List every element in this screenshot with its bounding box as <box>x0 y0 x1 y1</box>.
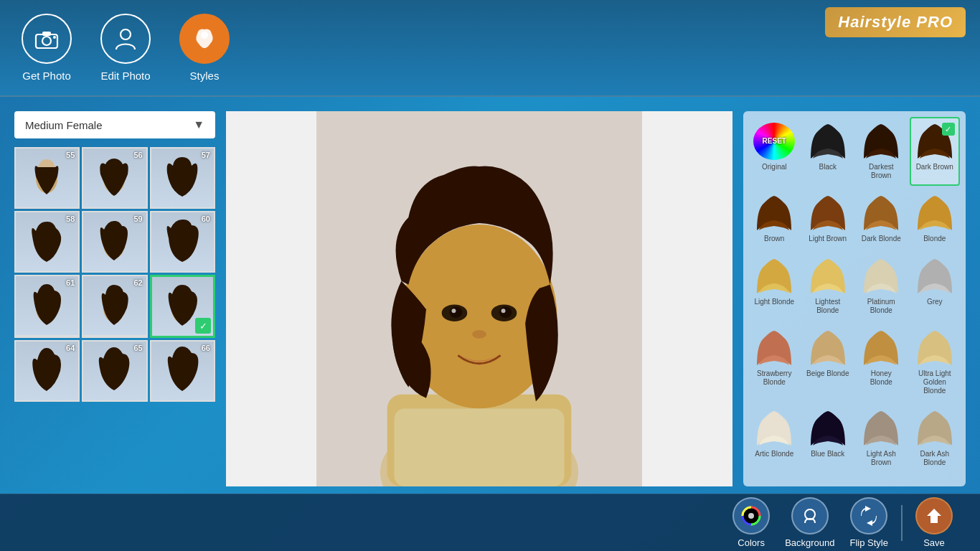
color-light-blonde[interactable]: Light Blonde <box>749 252 800 321</box>
styles-icon <box>179 14 230 64</box>
nav-styles[interactable]: Styles <box>179 14 230 82</box>
color-grey[interactable]: Grey <box>910 252 961 321</box>
center-panel <box>226 111 732 486</box>
color-label-original: Original <box>762 163 786 171</box>
color-darkest-brown[interactable]: Darkest Brown <box>856 117 907 186</box>
color-strawberry-blonde[interactable]: Strawberry Blonde <box>749 324 800 401</box>
color-original[interactable]: RESET Original <box>749 117 800 186</box>
color-light-brown[interactable]: Light Brown <box>803 189 854 249</box>
color-brown[interactable]: Brown <box>749 189 800 249</box>
style-item-66[interactable]: 66 <box>150 340 215 402</box>
style-num-66: 66 <box>202 344 210 352</box>
style-dropdown[interactable]: Medium Female ▼ <box>14 111 215 138</box>
style-num-56: 56 <box>133 151 142 159</box>
color-label-dark-blonde: Dark Blonde <box>862 235 901 243</box>
nav-get-photo[interactable]: Get Photo <box>22 14 72 82</box>
nav-edit-photo[interactable]: Edit Photo <box>100 14 151 82</box>
bottom-divider <box>901 505 903 541</box>
color-honey-blonde[interactable]: Honey Blonde <box>856 324 907 401</box>
color-label-dark-ash-blonde: Dark Ash Blonde <box>913 450 958 467</box>
bottom-bar: Colors Background Flip Style Save <box>0 494 980 551</box>
color-blue-black[interactable]: Blue Black <box>803 404 854 473</box>
color-light-ash-brown[interactable]: Light Ash Brown <box>856 404 907 473</box>
style-num-58: 58 <box>66 215 75 223</box>
svg-rect-42 <box>395 408 565 486</box>
color-label-darkest-brown: Darkest Brown <box>859 163 904 180</box>
colors-grid: RESET Original Black Darkest Brown <box>749 117 960 473</box>
style-item-60[interactable]: 60 <box>150 211 215 273</box>
color-artic-blonde[interactable]: Artic Blonde <box>749 404 800 473</box>
color-black[interactable]: Black <box>803 117 854 186</box>
flip-style-label: Flip Style <box>850 537 888 548</box>
darkest-brown-swatch-container <box>859 121 903 161</box>
get-photo-label: Get Photo <box>22 70 71 82</box>
svg-point-37 <box>450 306 463 318</box>
svg-point-3 <box>53 36 56 39</box>
svg-rect-2 <box>42 32 51 36</box>
app-title: Hairstyle PRO <box>825 7 966 37</box>
color-dark-brown[interactable]: ✓ Dark Brown <box>910 117 961 186</box>
style-num-60: 60 <box>202 215 210 223</box>
logo-area: Hairstyle PRO <box>825 7 966 37</box>
style-item-55[interactable]: 55 <box>14 147 80 209</box>
color-blonde[interactable]: Blonde <box>910 189 961 249</box>
style-selected-checkmark: ✓ <box>195 318 211 334</box>
svg-point-1 <box>42 37 51 45</box>
svg-point-44 <box>748 513 754 519</box>
camera-icon <box>22 14 72 64</box>
main-content: Medium Female ▼ 55 <box>0 97 980 494</box>
svg-point-41 <box>472 330 486 339</box>
save-button[interactable]: Save <box>915 497 953 548</box>
color-label-lightest-blonde: Lightest Blonde <box>806 298 851 315</box>
style-num-57: 57 <box>202 151 210 159</box>
colors-icon <box>732 497 770 534</box>
black-swatch-container <box>806 121 849 161</box>
top-bar: Get Photo Edit Photo Styles Hairstyle PR… <box>0 0 980 97</box>
color-label-grey: Grey <box>927 298 943 306</box>
style-item-61[interactable]: 61 <box>14 275 80 338</box>
save-icon <box>915 497 953 534</box>
style-item-65[interactable]: 65 <box>82 340 147 402</box>
save-label: Save <box>923 537 945 548</box>
color-label-ultra-light-golden-blonde: Ultra Light Golden Blonde <box>913 369 958 395</box>
color-ultra-light-golden-blonde[interactable]: Ultra Light Golden Blonde <box>910 324 961 401</box>
color-label-artic-blonde: Artic Blonde <box>755 450 793 458</box>
style-num-64: 64 <box>66 344 75 352</box>
color-label-platinum-blonde: Platinum Blonde <box>859 298 904 315</box>
svg-point-45 <box>805 509 815 519</box>
styles-grid: 55 56 <box>14 147 215 402</box>
color-label-light-brown: Light Brown <box>809 235 847 243</box>
color-label-light-blonde: Light Blonde <box>754 298 794 306</box>
color-lightest-blonde[interactable]: Lightest Blonde <box>803 252 854 321</box>
reset-swatch-container: RESET <box>753 121 796 161</box>
colors-label: Colors <box>738 537 765 548</box>
dark-brown-selected-checkmark: ✓ <box>942 123 955 136</box>
svg-point-40 <box>501 309 506 313</box>
left-panel: Medium Female ▼ 55 <box>14 111 215 486</box>
svg-point-4 <box>121 29 131 39</box>
color-dark-blonde[interactable]: Dark Blonde <box>856 189 907 249</box>
reset-swatch: RESET <box>753 123 795 160</box>
style-item-59[interactable]: 59 <box>82 211 147 273</box>
color-dark-ash-blonde[interactable]: Dark Ash Blonde <box>910 404 961 473</box>
style-num-65: 65 <box>133 344 142 352</box>
color-label-light-ash-brown: Light Ash Brown <box>859 450 904 467</box>
svg-point-39 <box>452 309 456 313</box>
style-item-62[interactable]: 62 <box>82 275 147 338</box>
color-platinum-blonde[interactable]: Platinum Blonde <box>856 252 907 321</box>
style-item-58[interactable]: 58 <box>14 211 80 273</box>
color-beige-blonde[interactable]: Beige Blonde <box>803 324 854 401</box>
style-item-63[interactable]: ✓ <box>150 275 215 338</box>
style-item-56[interactable]: 56 <box>82 147 147 209</box>
colors-button[interactable]: Colors <box>732 497 770 548</box>
style-num-55: 55 <box>66 151 75 159</box>
styles-label: Styles <box>190 70 220 82</box>
color-label-brown: Brown <box>764 235 784 243</box>
style-item-64[interactable]: 64 <box>14 340 80 402</box>
flip-style-button[interactable]: Flip Style <box>850 497 888 548</box>
color-label-blue-black: Blue Black <box>811 450 844 458</box>
style-item-57[interactable]: 57 <box>150 147 215 209</box>
style-num-61: 61 <box>66 278 75 287</box>
background-button[interactable]: Background <box>785 497 834 548</box>
dropdown-arrow-icon: ▼ <box>193 118 204 131</box>
